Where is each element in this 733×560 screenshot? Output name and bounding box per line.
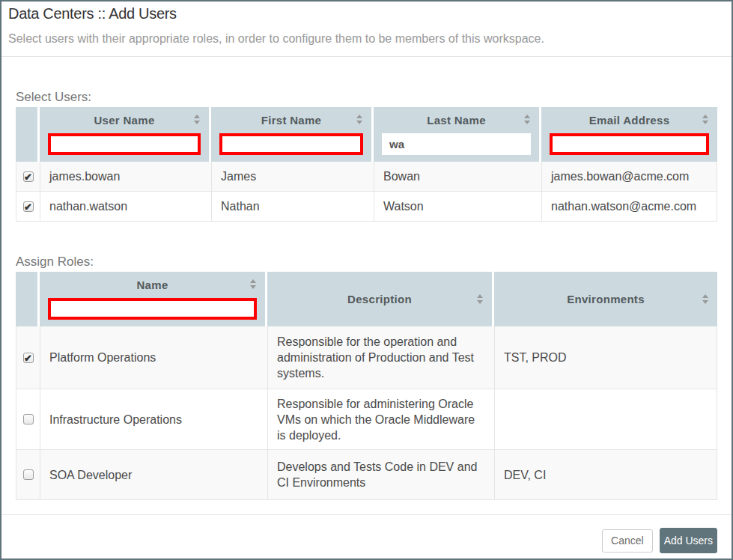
role-cell-environments: DEV, CI — [494, 450, 717, 500]
user-cell-last-name: Bowan — [374, 162, 541, 192]
sort-icon[interactable] — [477, 294, 483, 304]
sort-icon[interactable] — [702, 115, 708, 124]
user-cell-user-name: james.bowan — [40, 162, 211, 192]
roles-header-name[interactable]: Name — [40, 272, 267, 326]
roles-table: Name Description Environments ✔ Platform… — [16, 272, 717, 500]
dialog-header: Data Centers :: Add Users Select users w… — [1, 1, 732, 46]
role-cell-name: Infrastructure Operations — [40, 389, 267, 450]
users-filter-first-name[interactable] — [219, 133, 363, 155]
dialog-subtitle: Select users with their appropriate role… — [8, 32, 724, 46]
role-cell-name: Platform Operations — [40, 326, 267, 389]
sort-icon[interactable] — [250, 279, 256, 289]
roles-table-header: Name Description Environments — [16, 272, 717, 326]
user-row-checkbox[interactable]: ✔ — [23, 171, 34, 182]
roles-table-body: ✔ Platform Operations Responsible for th… — [16, 326, 717, 500]
header-divider — [1, 56, 732, 57]
dialog-content: Select Users: User Name First Name Last … — [1, 90, 732, 500]
user-cell-email: james.bowan@acme.com — [541, 162, 717, 192]
users-table-body: ✔ james.bowan James Bowan james.bowan@ac… — [16, 162, 717, 222]
roles-header-description[interactable]: Description — [267, 272, 494, 326]
user-cell-email: nathan.watson@acme.com — [541, 192, 717, 222]
users-filter-last-name[interactable] — [382, 133, 531, 155]
role-cell-name: SOA Developer — [40, 450, 267, 500]
users-header-last-name[interactable]: Last Name — [374, 107, 541, 162]
sort-icon[interactable] — [702, 294, 708, 304]
user-cell-user-name: nathan.watson — [40, 192, 211, 222]
role-cell-description: Develops and Tests Code in DEV and CI En… — [267, 450, 494, 500]
users-header-email[interactable]: Email Address — [541, 107, 717, 162]
role-row-checkbox[interactable] — [23, 469, 34, 480]
user-cell-first-name: Nathan — [211, 192, 374, 222]
cancel-button[interactable]: Cancel — [602, 529, 653, 553]
add-users-dialog: Data Centers :: Add Users Select users w… — [0, 0, 733, 560]
role-row-infrastructure-operations: Infrastructure Operations Responsible fo… — [16, 389, 717, 450]
role-row-soa-developer: SOA Developer Develops and Tests Code in… — [16, 450, 717, 500]
sort-icon[interactable] — [524, 115, 530, 124]
users-table-header: User Name First Name Last Name Email Add… — [16, 107, 717, 162]
user-cell-first-name: James — [211, 162, 374, 192]
users-header-first-name[interactable]: First Name — [211, 107, 374, 162]
dialog-footer: Cancel Add Users — [1, 515, 732, 553]
users-header-user-name[interactable]: User Name — [40, 107, 211, 162]
users-table: User Name First Name Last Name Email Add… — [16, 107, 717, 222]
users-filter-email[interactable] — [550, 133, 709, 155]
users-filter-user-name[interactable] — [48, 133, 201, 155]
role-cell-environments: TST, PROD — [494, 326, 717, 389]
role-row-platform-operations: ✔ Platform Operations Responsible for th… — [16, 326, 717, 389]
roles-filter-name[interactable] — [48, 298, 257, 320]
sort-icon[interactable] — [194, 115, 200, 124]
role-cell-description: Responsible for the operation and admini… — [267, 326, 494, 389]
user-cell-last-name: Watson — [374, 192, 541, 222]
select-users-label: Select Users: — [16, 90, 717, 105]
roles-header-environments[interactable]: Environments — [494, 272, 717, 326]
dialog-title: Data Centers :: Add Users — [8, 5, 724, 22]
user-row-checkbox[interactable]: ✔ — [23, 201, 34, 212]
assign-roles-label: Assign Roles: — [16, 255, 717, 270]
roles-header-checkbox-column — [16, 272, 40, 326]
user-row-james-bowan: ✔ james.bowan James Bowan james.bowan@ac… — [16, 162, 717, 192]
sort-icon[interactable] — [356, 115, 362, 124]
users-header-checkbox-column — [16, 107, 40, 162]
add-users-button[interactable]: Add Users — [660, 528, 717, 553]
role-row-checkbox[interactable] — [23, 414, 34, 424]
role-cell-description: Responsible for administering Oracle VMs… — [267, 389, 494, 450]
role-cell-environments — [494, 389, 717, 450]
user-row-nathan-watson: ✔ nathan.watson Nathan Watson nathan.wat… — [16, 192, 717, 222]
role-row-checkbox[interactable]: ✔ — [23, 353, 34, 363]
